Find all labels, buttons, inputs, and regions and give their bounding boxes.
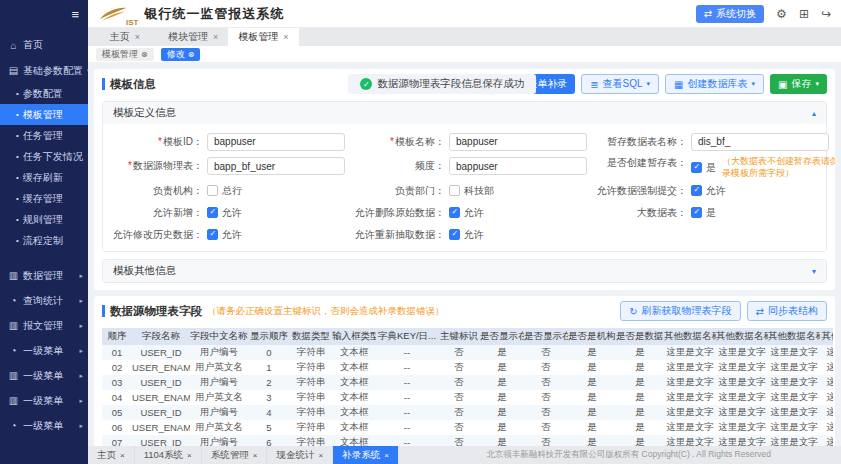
close-circle-icon[interactable]: ⊗ bbox=[141, 50, 148, 59]
column-header[interactable]: 是否是数据... bbox=[616, 328, 664, 345]
sidebar-item-icon: ▥ bbox=[8, 370, 19, 381]
caret-icon: ▸ bbox=[79, 347, 83, 355]
allow-re-extract-checkbox[interactable] bbox=[449, 229, 460, 240]
sidebar-item[interactable]: ⌂ 首页 bbox=[0, 32, 88, 58]
footer-tab[interactable]: 系统管理 × bbox=[202, 446, 268, 464]
force-submit-checkbox[interactable] bbox=[691, 185, 702, 196]
table-row[interactable]: 05 USER_ID 用户编号 4 字符串 文本框 -- 否 是 否 bbox=[102, 405, 833, 420]
footer-tab[interactable]: 1104系统 × bbox=[135, 446, 202, 464]
breadcrumb-chip[interactable]: 修改 ⊗ bbox=[161, 48, 201, 61]
footer-tab[interactable]: 主页 × bbox=[88, 446, 135, 464]
big-table-checkbox[interactable] bbox=[691, 207, 702, 218]
cell-other-4: 这里是文字 bbox=[820, 390, 833, 405]
column-header[interactable]: 是否显示在... bbox=[480, 328, 524, 345]
close-circle-icon[interactable]: ⊗ bbox=[188, 50, 195, 59]
column-header[interactable]: 主键标识 bbox=[438, 328, 480, 345]
staging-table-name-input[interactable] bbox=[691, 133, 829, 151]
column-header[interactable]: 是否显示在... bbox=[524, 328, 568, 345]
close-icon[interactable]: × bbox=[253, 451, 258, 460]
cell-is-data: 是 bbox=[616, 345, 664, 360]
collapse-icon[interactable]: ▴ bbox=[812, 109, 816, 118]
table-row[interactable]: 07 USER_ID 用户编号 6 字符串 文本框 -- 否 是 否 bbox=[102, 435, 833, 446]
collapse-icon[interactable]: ▾ bbox=[812, 267, 816, 276]
logout-icon[interactable]: ↪ bbox=[821, 8, 831, 20]
column-header[interactable]: 顺序 bbox=[102, 328, 132, 345]
sidebar-item[interactable]: • 参数配置 bbox=[0, 83, 88, 104]
column-header[interactable]: 数据类型 bbox=[290, 328, 332, 345]
physical-table-input[interactable] bbox=[207, 157, 345, 175]
fullscreen-icon[interactable]: ⊞ bbox=[799, 8, 809, 20]
cell-primary-key: 否 bbox=[438, 345, 480, 360]
org-checkbox[interactable] bbox=[207, 185, 218, 196]
sidebar-item[interactable]: • 缓存管理 bbox=[0, 188, 88, 209]
action-button[interactable]: ▦ 创建数据库表 ▾ bbox=[665, 74, 764, 94]
sidebar-item[interactable]: • 规则管理 bbox=[0, 209, 88, 230]
cell-other-1: 这里是文字 bbox=[664, 420, 716, 435]
system-switch-button[interactable]: ⇄ 系统切换 bbox=[696, 5, 764, 23]
template-define-header[interactable]: 模板定义信息 ▴ bbox=[103, 102, 826, 124]
table-row[interactable]: 06 USER_ENAME 用户英文名 5 字符串 文本框 -- 否 是 否 bbox=[102, 420, 833, 435]
footer-tab[interactable]: 补录系统 × bbox=[333, 446, 399, 464]
column-header[interactable]: 其他数据名称 bbox=[716, 328, 768, 345]
cell-field-cn-name: 用户编号 bbox=[190, 375, 248, 390]
sidebar-item[interactable]: ▤ 基础参数配置 ▾ bbox=[0, 58, 88, 83]
top-tab[interactable]: 模块管理 × bbox=[158, 28, 228, 46]
sidebar-item[interactable]: • 任务管理 bbox=[0, 125, 88, 146]
column-header[interactable]: 字段中文名称 bbox=[190, 328, 248, 345]
cell-show-in-2: 否 bbox=[524, 345, 568, 360]
sidebar-item[interactable]: ▥ 报文管理 ▸ bbox=[0, 313, 88, 338]
table-row[interactable]: 04 USER_ENAME 用户英文名 3 字符串 文本框 -- 否 是 否 bbox=[102, 390, 833, 405]
close-icon[interactable]: × bbox=[120, 451, 125, 460]
top-tab[interactable]: 模板管理 × bbox=[228, 28, 298, 46]
table-row[interactable]: 03 USER_ID 用户编号 2 字符串 文本框 -- 否 是 否 bbox=[102, 375, 833, 390]
frequency-input[interactable] bbox=[449, 157, 587, 175]
footer-tab[interactable]: 现金统计 × bbox=[267, 446, 333, 464]
sidebar-item[interactable]: • 任务下发情况 bbox=[0, 146, 88, 167]
sidebar-item[interactable]: ▥ 一级菜单 ▸ bbox=[0, 388, 88, 413]
close-icon[interactable]: × bbox=[384, 451, 389, 460]
column-header[interactable]: 其他数据名称 bbox=[820, 328, 833, 345]
sidebar-item[interactable]: • 流程定制 bbox=[0, 230, 88, 251]
close-icon[interactable]: × bbox=[187, 451, 192, 460]
sidebar-item[interactable]: • 缓存刷新 bbox=[0, 167, 88, 188]
column-header[interactable]: 是否是机构... bbox=[568, 328, 616, 345]
sidebar-item[interactable]: ▥ 数据管理 ▸ bbox=[0, 263, 88, 288]
table-row[interactable]: 01 USER_ID 用户编号 0 字符串 文本框 -- 否 是 否 bbox=[102, 345, 833, 360]
template-name-input[interactable] bbox=[449, 133, 587, 151]
template-other-header[interactable]: 模板其他信息 ▾ bbox=[103, 260, 826, 282]
sidebar-item[interactable]: ▥ 一级菜单 ▸ bbox=[0, 363, 88, 388]
column-header[interactable]: 输入框类型 bbox=[332, 328, 376, 345]
create-staging-checkbox[interactable] bbox=[691, 162, 702, 173]
column-header[interactable]: 显示顺序 bbox=[248, 328, 290, 345]
column-header[interactable]: 其他数据名称 bbox=[664, 328, 716, 345]
sidebar-item[interactable]: ◔ 一级菜单 ▸ bbox=[0, 413, 88, 438]
allow-delete-checkbox[interactable] bbox=[449, 207, 460, 218]
close-icon[interactable]: × bbox=[213, 32, 218, 42]
sidebar-item-icon: ▥ bbox=[8, 270, 19, 281]
dept-checkbox[interactable] bbox=[449, 185, 460, 196]
column-header[interactable]: 字典KEY/日... bbox=[376, 328, 438, 345]
action-button[interactable]: ≣ 查看SQL ▾ bbox=[581, 74, 659, 94]
sidebar-item[interactable]: • 模板管理 bbox=[0, 104, 88, 125]
breadcrumb-chip[interactable]: 模板管理 ⊗ bbox=[96, 48, 154, 61]
allow-modify-history-checkbox[interactable] bbox=[207, 229, 218, 240]
template-id-input[interactable] bbox=[207, 133, 345, 151]
hamburger-icon[interactable]: ≡ bbox=[71, 7, 79, 22]
action-button[interactable]: ▣ 保存 ▾ bbox=[770, 74, 827, 94]
column-header[interactable]: 字段名称 bbox=[132, 328, 190, 345]
action-button[interactable]: ⇄ 同步表结构 bbox=[747, 301, 827, 321]
table-row[interactable]: 02 USER_ENAME 用户英文名 1 字符串 文本框 -- 否 是 否 bbox=[102, 360, 833, 375]
close-icon[interactable]: × bbox=[283, 32, 288, 42]
gear-icon[interactable]: ⚙ bbox=[776, 8, 787, 20]
bullet-icon: • bbox=[16, 173, 19, 182]
sidebar-item[interactable]: ◔ 一级菜单 ▸ bbox=[0, 338, 88, 363]
close-icon[interactable]: × bbox=[135, 32, 140, 42]
column-header[interactable]: 其他数据名称 bbox=[768, 328, 820, 345]
allow-add-checkbox[interactable] bbox=[207, 207, 218, 218]
sidebar-item[interactable]: ◔ 查询统计 ▸ bbox=[0, 288, 88, 313]
top-tab[interactable]: 主页 × bbox=[92, 28, 158, 46]
action-button[interactable]: ↻ 刷新获取物理表字段 bbox=[620, 301, 740, 321]
close-icon[interactable]: × bbox=[318, 451, 323, 460]
cell-dict-key: -- bbox=[376, 375, 438, 390]
cell-other-3: 这里是文字 bbox=[768, 405, 820, 420]
